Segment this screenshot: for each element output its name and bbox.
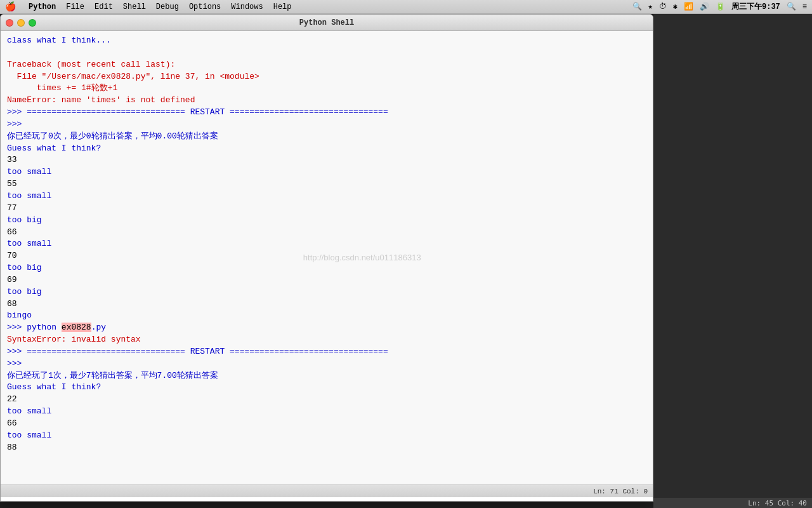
line-77: 77: [7, 203, 646, 215]
line-too-big2: too big: [7, 262, 646, 274]
magnifier-icon[interactable]: 🔍: [632, 2, 642, 11]
menu-windows[interactable]: Windows: [231, 3, 263, 11]
statusbar: Ln: 71 Col: 0: [1, 485, 653, 497]
menu-edit[interactable]: Edit: [95, 3, 113, 11]
line-game-info1: 你已经玩了0次，最少0轮猜出答案，平均0.00轮猜出答案: [7, 131, 646, 143]
line-1: class what I think...: [7, 35, 646, 47]
status-ln-col: Ln: 71 Col: 0: [593, 488, 648, 495]
window-title: Python Shell: [299, 18, 354, 27]
battery-icon: 🔋: [716, 2, 725, 11]
line-too-big1: too big: [7, 215, 646, 227]
line-70: 70: [7, 250, 646, 262]
traffic-lights: [6, 19, 36, 27]
list-icon: ≡: [802, 3, 807, 11]
line-too-small2: too small: [7, 190, 646, 203]
menubar: 🍎 Python File Edit Shell Debug Options W…: [0, 0, 812, 14]
line-68: 68: [7, 298, 646, 311]
line-22: 22: [7, 394, 646, 406]
wifi-icon: 📶: [684, 2, 693, 11]
line-prompt2: >>>: [7, 358, 646, 370]
menu-options[interactable]: Options: [189, 3, 221, 11]
minimize-button[interactable]: [17, 19, 25, 27]
menu-shell[interactable]: Shell: [123, 3, 146, 11]
menu-debug[interactable]: Debug: [156, 3, 179, 11]
line-88: 88: [7, 442, 646, 454]
line-66b: 66: [7, 418, 646, 430]
line-too-big3: too big: [7, 286, 646, 298]
bluetooth-icon: ✱: [673, 2, 678, 11]
shell-output[interactable]: class what I think... Traceback (most re…: [1, 31, 653, 485]
highlight-ex0828: ex0828: [62, 323, 91, 332]
right-statusbar: Ln: 45 Col: 40: [653, 498, 812, 508]
search-icon2[interactable]: 🔍: [787, 2, 796, 11]
line-blank1: [7, 47, 646, 59]
line-nameerror: NameError: name 'times' is not defined: [7, 95, 646, 107]
line-guess1: Guess what I think?: [7, 143, 646, 155]
line-33: 33: [7, 154, 646, 166]
line-syntax-error: SyntaxError: invalid syntax: [7, 334, 646, 346]
line-restart2: >>> ================================ RES…: [7, 346, 646, 358]
line-too-small1: too small: [7, 166, 646, 178]
line-restart1: >>> ================================ RES…: [7, 107, 646, 119]
clock: 周三下午9:37: [731, 1, 780, 12]
line-too-small3: too small: [7, 238, 646, 250]
python-shell-window: Python Shell class what I think... Trace…: [0, 14, 653, 502]
menubar-right: 🔍 ★ ⏱ ✱ 📶 🔊 🔋 周三下午9:37 🔍 ≡: [632, 1, 807, 12]
line-bingo: bingo: [7, 310, 646, 322]
menu-python[interactable]: Python: [29, 3, 56, 11]
line-guess2: Guess what I think?: [7, 382, 646, 394]
menu-help[interactable]: Help: [273, 3, 292, 11]
line-python-cmd: >>> python ex0828.py: [7, 322, 646, 334]
menu-file[interactable]: File: [66, 3, 84, 11]
maximize-button[interactable]: [29, 19, 36, 27]
line-too-small5: too small: [7, 430, 646, 442]
line-55: 55: [7, 178, 646, 190]
right-status-text: Ln: 45 Col: 40: [748, 499, 807, 507]
line-file: File "/Users/mac/ex0828.py", line 37, in…: [7, 71, 646, 83]
line-66: 66: [7, 227, 646, 239]
line-game-info2: 你已经玩了1次，最少7轮猜出答案，平均7.00轮猜出答案: [7, 370, 646, 382]
line-traceback: Traceback (most recent call last):: [7, 59, 646, 71]
right-panel: [653, 14, 812, 502]
line-69: 69: [7, 274, 646, 286]
line-prompt1: >>>: [7, 119, 646, 131]
close-button[interactable]: [6, 19, 13, 27]
volume-icon: 🔊: [700, 2, 709, 11]
apple-menu[interactable]: 🍎: [5, 1, 16, 12]
titlebar: Python Shell: [1, 15, 653, 31]
line-too-small4: too small: [7, 406, 646, 418]
star-icon: ★: [648, 2, 653, 11]
history-icon: ⏱: [659, 2, 667, 11]
line-times: times += 1#轮数+1: [7, 83, 646, 95]
